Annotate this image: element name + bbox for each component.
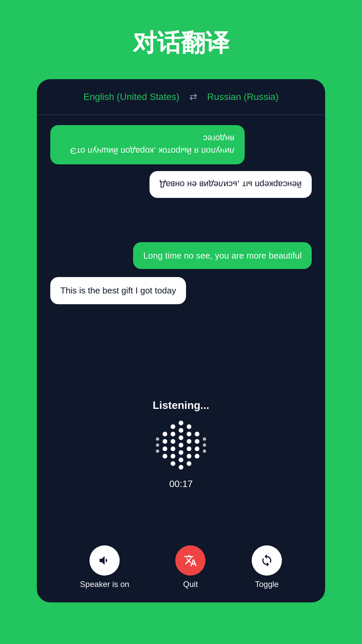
language-bar: English (United States) ⇄ Russian (Russi… — [37, 79, 325, 115]
speaker-button[interactable] — [89, 545, 120, 576]
wave-col-7 — [203, 437, 206, 453]
target-language[interactable]: Russian (Russia) — [207, 92, 279, 102]
flipped-message-white: Давно не виделись, ты прекрасней — [149, 171, 312, 198]
wave-col-3 — [171, 424, 175, 466]
toggle-control: Toggle — [252, 545, 282, 589]
page-title: 对话翻译 — [133, 27, 229, 59]
quit-label: Quit — [183, 580, 198, 589]
message-bubble-white: This is the best gift I got today — [50, 277, 186, 304]
toggle-button[interactable] — [252, 545, 282, 576]
flipped-message-green: Это лучший подарок, который я получил се… — [50, 125, 245, 164]
quit-button[interactable] — [175, 545, 205, 576]
flipped-messages-section: Давно не виделись, ты прекрасней Это луч… — [37, 115, 325, 229]
main-card: English (United States) ⇄ Russian (Russi… — [37, 79, 325, 602]
waveform — [156, 418, 206, 472]
wave-col-2 — [163, 432, 167, 459]
recording-timer: 00:17 — [169, 479, 193, 489]
speaker-control: Speaker is on — [80, 545, 129, 589]
controls-bar: Speaker is on Quit Toggle — [37, 539, 325, 602]
wave-col-5 — [187, 424, 191, 466]
wave-col-4 — [179, 421, 183, 470]
toggle-icon — [260, 554, 274, 567]
message-bubble-green: Long time no see, you are more beautiful — [133, 242, 312, 269]
source-language[interactable]: English (United States) — [83, 92, 179, 102]
speaker-icon — [98, 554, 111, 567]
wave-col-1 — [156, 437, 159, 453]
toggle-label: Toggle — [255, 580, 279, 589]
listening-status: Listening... — [153, 399, 209, 412]
listening-section: Listening... — [37, 350, 325, 539]
swap-languages-icon[interactable]: ⇄ — [189, 91, 197, 102]
quit-control: Quit — [175, 545, 205, 589]
speaker-label: Speaker is on — [80, 580, 129, 589]
normal-messages-section: Long time no see, you are more beautiful… — [37, 229, 325, 350]
translate-icon — [184, 554, 197, 567]
wave-col-6 — [195, 432, 199, 459]
